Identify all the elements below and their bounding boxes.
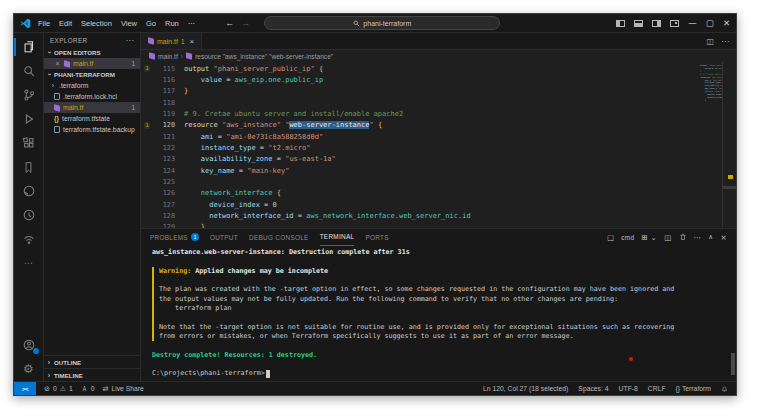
code-line[interactable]: 123 availability_zone = "us-east-1a": [141, 154, 700, 165]
tab-debug-console[interactable]: DEBUG CONSOLE: [249, 229, 309, 245]
code-line[interactable]: 116 value = aws_eip.one.public_ip: [141, 74, 700, 85]
code-text: # 9. Cretae ubuntu server and install/en…: [175, 110, 403, 118]
open-editors-section[interactable]: › OPEN EDITORS: [44, 47, 140, 58]
open-editor-main-tf[interactable]: × main.tf 1: [44, 58, 140, 69]
tree-item-tfstate-backup[interactable]: terraform.tfstate.backup: [44, 124, 140, 135]
kill-terminal-icon[interactable]: [679, 233, 687, 241]
live-share-status[interactable]: ⇄ Live Share: [103, 385, 144, 393]
tab-output[interactable]: OUTPUT: [210, 229, 238, 245]
accounts-badge: [33, 348, 39, 354]
line-number: 119: [153, 110, 175, 118]
clock-icon[interactable]: [14, 203, 43, 227]
terminal-profile-icon[interactable]: ▢: [607, 233, 614, 242]
code-line[interactable]: 119# 9. Cretae ubuntu server and install…: [141, 108, 700, 119]
code-line[interactable]: 128 network_interface_id = aws_network_i…: [141, 210, 700, 221]
code-line[interactable]: 127 device_index = 0: [141, 199, 700, 210]
notifications-bell-icon[interactable]: [721, 385, 728, 393]
eol-sequence[interactable]: CRLF: [648, 385, 666, 392]
code-line[interactable]: 125: [141, 176, 700, 187]
minimize-button[interactable]: —: [688, 18, 697, 28]
code-line[interactable]: 121 ami = "ami-0e731c8a588258d0d": [141, 131, 700, 142]
search-sidebar-icon[interactable]: [14, 59, 43, 83]
overview-ruler[interactable]: [722, 62, 736, 228]
code-line[interactable]: 1120resource "aws_instance" "web-server-…: [141, 120, 700, 131]
tab-close-icon[interactable]: ×: [190, 37, 195, 46]
new-terminal-icon[interactable]: ⊞ ⌄: [641, 233, 657, 242]
editor-more-icon[interactable]: ⋯: [721, 37, 729, 46]
project-section[interactable]: › PHANI-TERRAFORM: [44, 69, 140, 80]
terminal-output[interactable]: aws_instance.web-server-instance: Destru…: [141, 245, 736, 381]
code-line[interactable]: 124 key_name = "main-key": [141, 165, 700, 176]
tree-item-terraform-folder[interactable]: › .terraform: [44, 80, 140, 91]
restore-button[interactable]: ▢: [706, 18, 714, 28]
forward-arrow-icon[interactable]: →: [241, 18, 250, 28]
accounts-icon[interactable]: [14, 333, 43, 357]
encoding[interactable]: UTF-8: [619, 385, 638, 392]
menu-run[interactable]: Run: [165, 19, 179, 28]
activity-bar: ⋯ ⚙: [14, 33, 44, 381]
code-line[interactable]: 126 network_interface {: [141, 188, 700, 199]
menu-go[interactable]: Go: [146, 19, 156, 28]
run-debug-icon[interactable]: [14, 107, 43, 131]
panel-more-icon[interactable]: ⋯: [694, 233, 702, 242]
terminal-line: [152, 341, 728, 350]
resource-symbol-icon: [186, 52, 192, 60]
settings-gear-icon[interactable]: ⚙: [14, 357, 43, 381]
minimap-line: value = aws_eip.one.public_ip: [700, 67, 722, 70]
explorer-icon[interactable]: [14, 35, 43, 59]
tab-main-tf[interactable]: main.tf 1 ×: [141, 33, 202, 49]
close-editor-icon[interactable]: ×: [54, 59, 61, 68]
toggle-sidebar-icon[interactable]: [616, 20, 625, 27]
toggle-secondary-sidebar-icon[interactable]: [652, 20, 661, 27]
tree-item-main-tf[interactable]: main.tf 1: [44, 102, 140, 113]
remote-indicator[interactable]: ><: [14, 382, 36, 395]
scrollbar-thumb[interactable]: [723, 186, 736, 189]
menu-selection[interactable]: Selection: [81, 19, 112, 28]
tree-item-tfstate[interactable]: {} terraform.tfstate: [44, 113, 140, 124]
github-icon[interactable]: [14, 179, 43, 203]
extensions-icon[interactable]: [14, 131, 43, 155]
split-terminal-icon[interactable]: ◫: [664, 233, 671, 242]
tab-terminal[interactable]: TERMINAL: [320, 229, 355, 246]
language-mode[interactable]: {} Terraform: [676, 385, 711, 392]
code-line[interactable]: 122 instance_type = "t2.micro": [141, 142, 700, 153]
tree-item-lock-hcl[interactable]: .terraform.lock.hcl: [44, 91, 140, 102]
terminal-scrollbar[interactable]: [731, 353, 735, 375]
code-line[interactable]: 117}: [141, 86, 700, 97]
wifi-icon[interactable]: [14, 227, 43, 251]
tower-icon: [81, 385, 88, 392]
toggle-panel-icon[interactable]: [634, 20, 643, 27]
menu-view[interactable]: View: [121, 19, 137, 28]
code-line[interactable]: 118: [141, 97, 700, 108]
close-panel-icon[interactable]: ×: [720, 233, 727, 242]
outline-section[interactable]: › OUTLINE: [44, 355, 140, 368]
tab-problems[interactable]: PROBLEMS 1: [150, 229, 199, 245]
split-editor-icon[interactable]: ◫: [706, 37, 714, 46]
bookmarks-icon[interactable]: [14, 155, 43, 179]
tab-ports[interactable]: PORTS: [365, 229, 388, 245]
ports-status[interactable]: 0: [81, 385, 95, 392]
menu-edit[interactable]: Edit: [59, 19, 72, 28]
close-button[interactable]: ✕: [723, 18, 730, 28]
customize-layout-icon[interactable]: [670, 20, 679, 27]
command-center-search[interactable]: phani-terraform: [264, 16, 500, 30]
back-arrow-icon[interactable]: ←: [225, 18, 234, 28]
problems-status[interactable]: ⊘ 0 ⚠ 1: [44, 385, 73, 393]
terminal-line: Destroy complete! Resources: 1 destroyed…: [152, 351, 728, 360]
breadcrumb-symbol[interactable]: resource "aws_instance" "web-server-inst…: [195, 53, 333, 60]
line-number: 122: [153, 144, 175, 152]
explorer-more-icon[interactable]: ⋯: [126, 36, 134, 45]
cursor-position[interactable]: Ln 120, Col 27 (18 selected): [483, 385, 568, 392]
tree-item-label: terraform.tfstate: [62, 115, 110, 122]
indentation[interactable]: Spaces: 4: [578, 385, 608, 392]
timeline-section[interactable]: › TIMELINE: [44, 368, 140, 381]
minimap[interactable]: output "phani_server_public_ip" { value …: [700, 62, 722, 228]
code-line[interactable]: 1115output "phani_server_public_ip" {: [141, 63, 700, 74]
code-editor[interactable]: 1115output "phani_server_public_ip" {116…: [141, 62, 736, 228]
breadcrumb-file[interactable]: main.tf: [158, 53, 178, 60]
menu-more[interactable]: ⋯: [188, 19, 196, 28]
menu-file[interactable]: File: [38, 19, 50, 28]
maximize-panel-icon[interactable]: ∧: [708, 233, 713, 241]
more-activity-icon[interactable]: ⋯: [14, 251, 43, 275]
source-control-icon[interactable]: [14, 83, 43, 107]
